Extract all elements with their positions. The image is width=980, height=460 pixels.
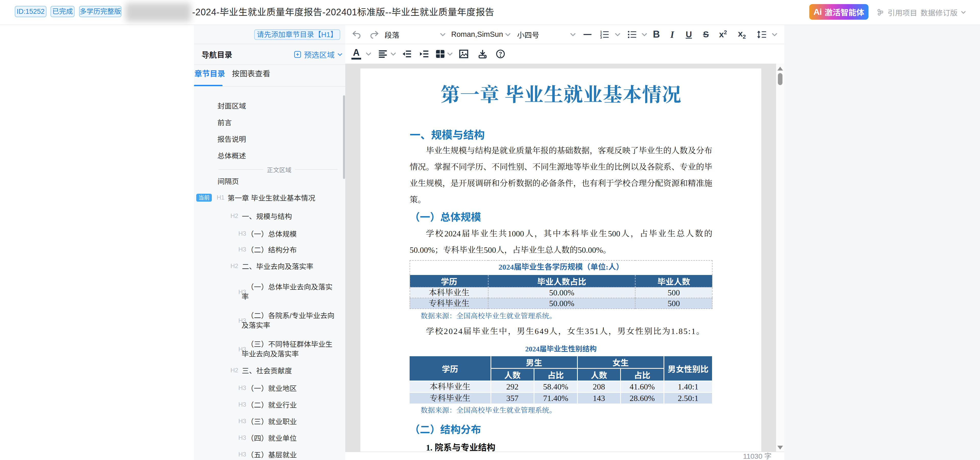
svg-text:?: ? [499,51,502,56]
svg-text:3: 3 [600,35,602,39]
